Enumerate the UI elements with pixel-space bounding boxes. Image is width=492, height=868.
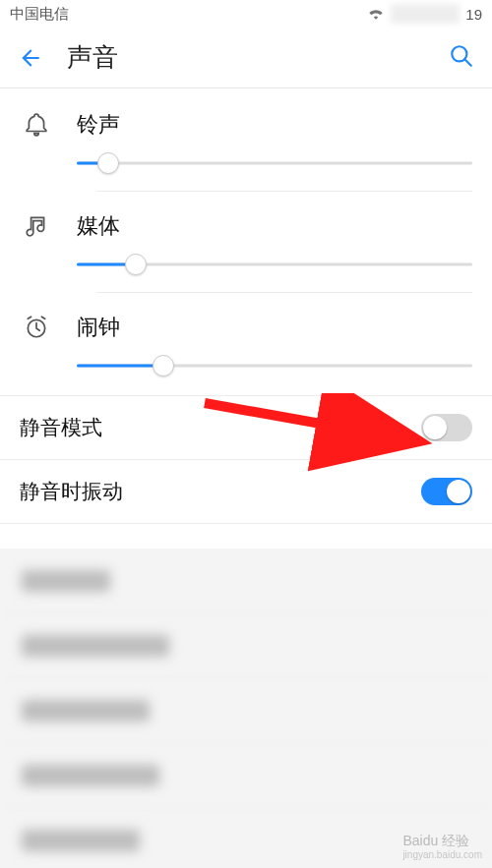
vibrate-silent-label: 静音时振动	[20, 478, 421, 505]
page-title: 声音	[67, 40, 118, 75]
music-note-icon	[20, 213, 53, 239]
watermark-main: Baidu 经验	[402, 833, 469, 848]
alarm-clock-icon	[20, 315, 53, 340]
volume-row-ringtone: 铃声	[0, 98, 492, 200]
clock-partial: 19	[465, 6, 482, 23]
bell-icon	[20, 112, 53, 138]
search-button[interactable]	[449, 43, 474, 73]
content: 铃声 媒体	[0, 88, 492, 524]
volume-row-alarm: 闹钟	[0, 301, 492, 383]
vibrate-silent-row: 静音时振动	[0, 460, 492, 524]
media-label: 媒体	[77, 211, 120, 241]
blurred-settings-region	[0, 549, 492, 868]
volume-row-media: 媒体	[0, 200, 492, 301]
back-button[interactable]	[18, 45, 43, 71]
watermark: Baidu 经验 jingyan.baidu.com	[402, 833, 482, 860]
silent-mode-toggle[interactable]	[421, 414, 472, 441]
svg-line-1	[464, 59, 471, 66]
silent-mode-row: 静音模式	[0, 395, 492, 460]
status-blur	[391, 4, 460, 24]
ringtone-label: 铃声	[77, 110, 120, 140]
wifi-icon	[367, 6, 385, 23]
silent-mode-label: 静音模式	[20, 414, 421, 441]
carrier-label: 中国电信	[10, 5, 367, 24]
alarm-label: 闹钟	[77, 313, 120, 342]
status-bar: 中国电信 19	[0, 0, 492, 28]
search-icon	[449, 43, 474, 69]
ringtone-slider[interactable]	[77, 153, 472, 173]
watermark-sub: jingyan.baidu.com	[402, 850, 482, 860]
vibrate-silent-toggle[interactable]	[421, 478, 472, 505]
back-arrow-icon	[18, 45, 43, 71]
title-bar: 声音	[0, 28, 492, 88]
media-slider[interactable]	[77, 255, 472, 274]
alarm-slider[interactable]	[77, 356, 472, 376]
